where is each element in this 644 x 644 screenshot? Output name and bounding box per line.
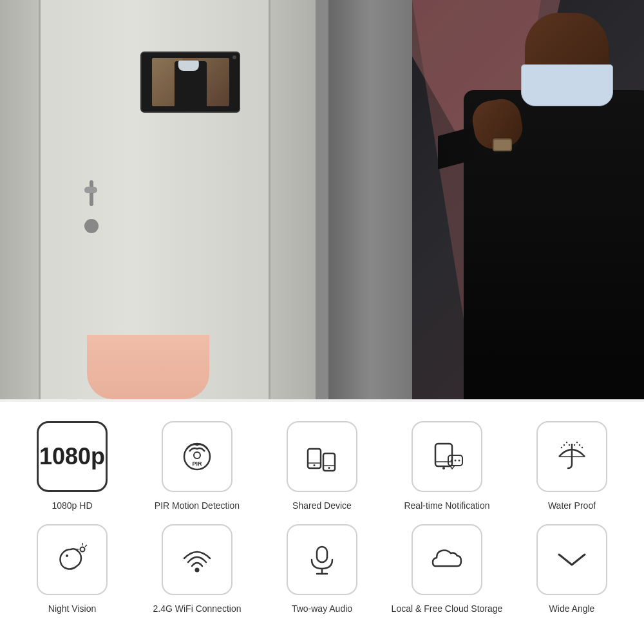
feature-hd: 1080p 1080p HD <box>13 421 131 511</box>
hero-left: ✕ ✓ <box>0 0 316 399</box>
svg-point-32 <box>195 568 200 573</box>
feature-wifi: 2.4G WiFi Connection <box>138 524 256 614</box>
feature-pir: PIR PIR Motion Detection <box>138 421 256 511</box>
audio-icon <box>303 540 341 579</box>
hd-icon-box: 1080p <box>37 421 108 492</box>
viewer-dot <box>232 55 236 59</box>
svg-point-23 <box>576 442 578 443</box>
svg-text:PIR: PIR <box>192 460 202 467</box>
notification-label: Real-time Notification <box>404 500 489 511</box>
wideangle-icon-box <box>536 524 607 595</box>
svg-point-27 <box>80 547 85 552</box>
hd-label: 1080p HD <box>52 500 92 511</box>
svg-rect-33 <box>317 547 327 562</box>
nightvision-icon <box>53 540 91 579</box>
svg-point-2 <box>194 452 200 459</box>
shared-icon-box <box>287 421 357 492</box>
person-watch <box>493 138 512 151</box>
wall-panel <box>328 0 412 399</box>
feature-wideangle: Wide Angle <box>513 524 631 614</box>
waterproof-icon <box>553 437 591 476</box>
svg-point-25 <box>561 447 562 448</box>
person-area <box>438 0 644 399</box>
audio-icon-box <box>287 524 357 595</box>
svg-point-24 <box>579 444 580 446</box>
svg-point-22 <box>574 444 575 446</box>
hero-right <box>316 0 644 399</box>
wifi-icon <box>178 540 216 579</box>
pir-label: PIR Motion Detection <box>155 500 240 511</box>
svg-point-20 <box>566 442 567 443</box>
svg-point-9 <box>328 467 330 469</box>
svg-marker-17 <box>450 466 455 469</box>
door-lock <box>84 219 99 233</box>
wifi-label: 2.4G WiFi Connection <box>153 603 242 614</box>
feature-shared: Shared Device <box>263 421 381 511</box>
handle-knob <box>84 187 97 193</box>
cloud-icon <box>428 540 466 579</box>
person-mask <box>521 64 613 106</box>
svg-point-6 <box>314 464 316 466</box>
feature-nightvision: Night Vision <box>13 524 131 614</box>
svg-point-14 <box>451 460 453 462</box>
pir-icon-box: PIR <box>162 421 232 492</box>
door-viewer-device <box>140 52 240 113</box>
svg-point-19 <box>564 444 565 446</box>
feature-notification: Real-time Notification <box>388 421 506 511</box>
hand-phone-area: ✕ ✓ <box>74 238 222 399</box>
wifi-icon-box <box>162 524 232 595</box>
svg-point-21 <box>569 444 570 446</box>
features-section: 1080p 1080p HD PIR PIR Motion Detection <box>0 402 644 627</box>
shared-icon <box>303 437 341 476</box>
wideangle-label: Wide Angle <box>549 603 595 614</box>
features-grid: 1080p 1080p HD PIR PIR Motion Detection <box>13 421 631 614</box>
feature-cloud: Local & Free Cloud Storage <box>388 524 506 614</box>
svg-point-31 <box>66 554 68 557</box>
audio-label: Two-way Audio <box>292 603 352 614</box>
viewer-person-mask <box>178 61 198 71</box>
wideangle-icon <box>553 540 591 579</box>
wall-right <box>267 0 316 399</box>
hd-text: 1080p <box>39 443 105 470</box>
feature-waterproof: Water Proof <box>513 421 631 511</box>
svg-point-12 <box>442 467 445 469</box>
pir-icon: PIR <box>178 437 216 476</box>
svg-point-15 <box>455 460 457 462</box>
waterproof-icon-box <box>536 421 607 492</box>
handle-bar <box>90 180 93 206</box>
hand <box>87 335 209 399</box>
waterproof-label: Water Proof <box>548 500 596 511</box>
cloud-icon-box <box>412 524 482 595</box>
svg-point-16 <box>459 460 460 462</box>
nightvision-label: Night Vision <box>48 603 96 614</box>
shared-label: Shared Device <box>292 500 352 511</box>
svg-point-26 <box>582 447 583 448</box>
door-handle <box>84 174 104 213</box>
wall-left <box>0 0 39 399</box>
cloud-label: Local & Free Cloud Storage <box>392 603 503 614</box>
notification-icon <box>428 437 466 476</box>
notification-icon-box <box>412 421 482 492</box>
nightvision-icon-box <box>37 524 108 595</box>
viewer-screen <box>152 58 229 106</box>
feature-audio: Two-way Audio <box>263 524 381 614</box>
svg-line-30 <box>85 545 87 547</box>
hero-section: ✕ ✓ <box>0 0 644 399</box>
door-frame <box>316 0 328 399</box>
